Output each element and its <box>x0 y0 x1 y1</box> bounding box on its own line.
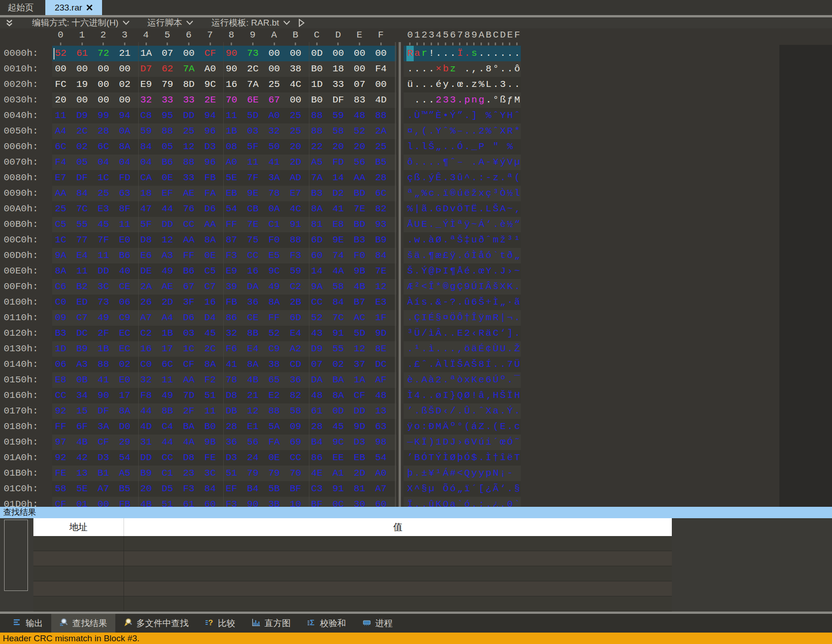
ascii-char[interactable]: ^ <box>414 481 421 497</box>
hex-byte[interactable]: DD <box>354 403 365 419</box>
ascii-char[interactable]: ë <box>506 450 513 466</box>
hex-byte[interactable]: 11 <box>55 108 66 123</box>
hex-byte[interactable]: 4B <box>76 435 88 450</box>
hex-byte[interactable]: 5E <box>226 170 237 186</box>
ascii-char[interactable]: ö <box>464 341 471 357</box>
ascii-char[interactable]: ( <box>492 419 499 435</box>
hex-byte[interactable]: 2C <box>205 341 216 357</box>
hex-byte[interactable]: 62 <box>162 61 173 77</box>
find-result-row[interactable] <box>33 596 672 612</box>
hex-byte[interactable]: A4 <box>55 123 66 139</box>
ascii-char[interactable]: ) <box>428 435 435 450</box>
hex-byte[interactable]: 7A <box>183 61 194 77</box>
ascii-char[interactable]: % <box>485 123 492 139</box>
hex-byte[interactable]: 8A <box>247 357 259 372</box>
hex-row-0070h[interactable]: 0070h:F405040404B68896A011412DA5FD56B5ô.… <box>0 155 832 170</box>
hex-byte[interactable]: F3 <box>183 481 194 497</box>
ascii-char[interactable]: µ <box>428 481 435 497</box>
panel-tab-2[interactable]: 多文件中查找 <box>115 614 197 633</box>
hex-row-0170h[interactable]: 0170h:9215DF8A448B2F11DB128858610DDD13’.… <box>0 403 832 419</box>
ascii-char[interactable]: c <box>513 419 521 435</box>
hex-byte[interactable]: D2 <box>332 186 344 201</box>
hex-byte[interactable]: 05 <box>76 155 88 170</box>
hex-byte[interactable]: 5F <box>247 139 259 155</box>
hex-byte[interactable]: 81 <box>311 217 323 232</box>
hex-byte[interactable]: 61 <box>183 497 194 507</box>
hex-byte[interactable]: AC <box>354 310 365 326</box>
hex-byte[interactable]: 95 <box>162 108 173 123</box>
hex-byte[interactable]: 52 <box>354 123 365 139</box>
ascii-char[interactable]: ÿ <box>406 419 414 435</box>
ascii-char[interactable]: E <box>456 326 464 341</box>
ascii-char[interactable]: z <box>449 61 457 77</box>
ascii-char[interactable]: . <box>406 357 414 372</box>
ascii-char[interactable]: ª <box>506 170 513 186</box>
ascii-char[interactable]: y <box>442 77 449 92</box>
ascii-char[interactable]: A <box>421 372 428 388</box>
ascii-char[interactable]: 3 <box>442 92 449 108</box>
hex-byte[interactable]: BD <box>354 186 365 201</box>
hex-byte[interactable]: 14 <box>311 263 323 279</box>
ascii-char[interactable]: Â <box>485 279 492 295</box>
hex-byte[interactable]: 44 <box>140 403 152 419</box>
ascii-char[interactable]: % <box>406 201 414 217</box>
hex-byte[interactable]: 00 <box>97 92 109 108</box>
ascii-char[interactable]: l <box>421 139 428 155</box>
ascii-char[interactable]: . <box>414 263 421 279</box>
ascii-char[interactable]: s <box>421 295 428 310</box>
ascii-char[interactable]: . <box>513 310 521 326</box>
hex-byte[interactable]: 00 <box>97 77 109 92</box>
hex-row-01D0h[interactable]: 01D0h:CF0100FB4B516160F3903B10BF0C3060Ï.… <box>0 497 832 507</box>
ascii-char[interactable]: . <box>406 61 414 77</box>
hex-row-00C0h[interactable]: 00C0h:1C777FE0D812AA8A8775F0886D9EB3B9.w… <box>0 232 832 248</box>
ascii-char[interactable]: î <box>499 450 507 466</box>
ascii-char[interactable]: ¥ <box>428 466 435 481</box>
ascii-char[interactable]: . <box>506 419 513 435</box>
ascii-char[interactable]: É <box>428 310 435 326</box>
ascii-char[interactable]: . <box>492 357 499 372</box>
ascii-char[interactable]: ª <box>449 372 457 388</box>
hex-byte[interactable]: 48 <box>375 388 387 403</box>
ascii-char[interactable]: ³ <box>506 232 513 248</box>
ascii-char[interactable]: 2 <box>435 92 442 108</box>
ascii-char[interactable]: ¶ <box>449 263 457 279</box>
hex-byte[interactable]: 90 <box>97 388 109 403</box>
ascii-char[interactable]: u <box>470 232 478 248</box>
hex-row-0090h[interactable]: 0090h:AA84256318EFAEFAEB9E78E7B3D2BD6Cª„… <box>0 186 832 201</box>
ascii-char[interactable]: „ <box>435 139 442 155</box>
ascii-char[interactable]: . <box>414 497 421 507</box>
ascii-char[interactable]: 9 <box>464 279 471 295</box>
ascii-char[interactable]: @ <box>428 263 435 279</box>
hex-byte[interactable]: 00 <box>55 61 66 77</box>
ascii-char[interactable]: “ <box>513 217 521 232</box>
hex-byte[interactable]: 16 <box>226 77 237 92</box>
hex-byte[interactable]: 88 <box>183 155 194 170</box>
ascii-char[interactable]: ˆ <box>478 403 485 419</box>
hex-byte[interactable]: 67 <box>183 279 194 295</box>
ascii-char[interactable]: á <box>470 419 478 435</box>
hex-byte[interactable]: 75 <box>247 232 259 248</box>
hex-byte[interactable]: A0 <box>269 108 280 123</box>
hex-byte[interactable]: 84 <box>140 139 152 155</box>
ascii-char[interactable]: J <box>449 435 457 450</box>
ascii-char[interactable]: ’ <box>406 450 414 466</box>
ascii-char[interactable]: | <box>499 310 507 326</box>
hex-byte[interactable]: 24 <box>247 450 259 466</box>
ascii-char[interactable]: . <box>428 123 435 139</box>
ascii-char[interactable]: ™ <box>421 108 428 123</box>
hex-byte[interactable]: F3 <box>226 497 237 507</box>
hex-byte[interactable]: CC <box>183 217 194 232</box>
hex-byte[interactable]: 8A <box>119 403 130 419</box>
hex-byte[interactable]: B6 <box>183 263 194 279</box>
hex-byte[interactable]: B6 <box>119 248 130 263</box>
ascii-char[interactable]: . <box>421 232 428 248</box>
hex-byte[interactable]: 8A <box>311 201 323 217</box>
hex-byte[interactable]: 70 <box>290 466 301 481</box>
hex-byte[interactable]: 63 <box>375 419 387 435</box>
hex-byte[interactable]: 1A <box>140 46 152 61</box>
hex-row-00F0h[interactable]: 00F0h:C6B23CCE2AAE67C739DA49C29A584B12Æ²… <box>0 279 832 295</box>
hex-byte[interactable]: 52 <box>55 46 66 61</box>
ascii-char[interactable]: . <box>499 46 507 61</box>
hex-byte[interactable]: 65 <box>269 372 280 388</box>
hex-byte[interactable]: 4D <box>375 92 387 108</box>
